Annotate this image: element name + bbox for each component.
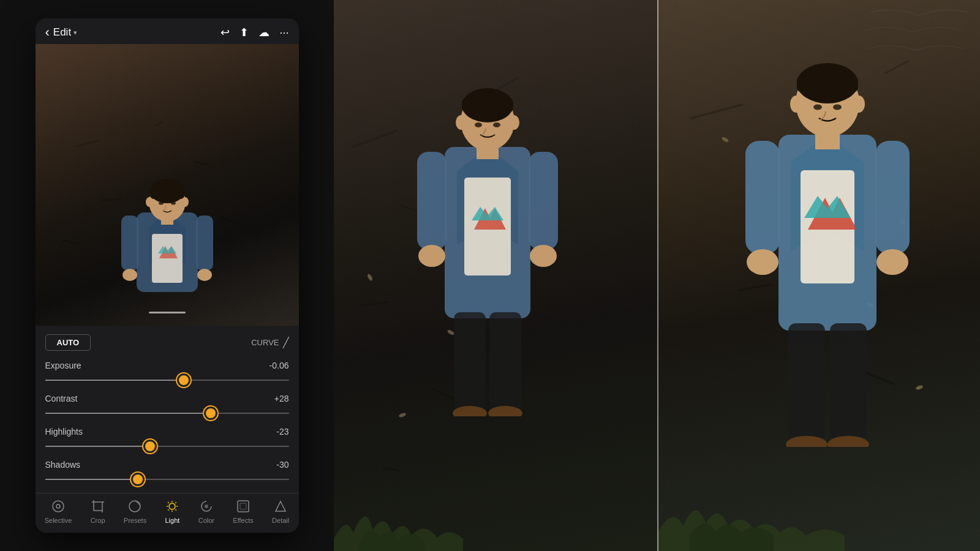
slider-track-container-1[interactable] <box>45 406 289 421</box>
svg-point-68 <box>813 105 822 110</box>
svg-point-69 <box>833 105 842 110</box>
slider-header-0: Exposure -0.06 <box>45 361 289 370</box>
toolbar-item-selective[interactable]: Selective <box>40 497 77 527</box>
svg-rect-75 <box>830 323 867 440</box>
cloud-icon[interactable]: ☁ <box>258 26 270 39</box>
slider-value-1: +28 <box>274 394 289 403</box>
slider-fill-3 <box>45 479 138 480</box>
crop-icon <box>91 500 105 515</box>
edit-dropdown[interactable]: Edit ▾ <box>53 26 77 39</box>
auto-curve-row: AUTO CURVE ╱ <box>45 334 289 351</box>
phone-mockup: ‹ Edit ▾ ↩ ⬆ ☁ ··· <box>36 18 299 533</box>
dropdown-arrow-icon: ▾ <box>74 29 77 37</box>
svg-line-29 <box>168 502 169 503</box>
svg-point-16 <box>53 501 64 512</box>
more-icon[interactable]: ··· <box>279 26 288 39</box>
svg-rect-13 <box>196 216 213 271</box>
crop-label: Crop <box>91 517 105 524</box>
svg-rect-18 <box>94 502 102 511</box>
slider-header-3: Shadows -30 <box>45 460 289 470</box>
slider-fill-0 <box>45 380 184 381</box>
curve-icon: ╱ <box>283 337 289 348</box>
photo-content <box>36 44 299 326</box>
right-section <box>334 0 980 551</box>
slider-fill-1 <box>45 413 211 414</box>
svg-point-53 <box>530 245 557 267</box>
phone-header: ‹ Edit ▾ ↩ ⬆ ☁ ··· <box>36 18 299 44</box>
svg-rect-70 <box>745 141 780 254</box>
slider-row-highlights: Highlights -23 <box>45 427 289 454</box>
slider-value-3: -30 <box>276 460 288 470</box>
photo-before <box>334 0 657 551</box>
slider-track-container-2[interactable] <box>45 439 289 454</box>
svg-point-8 <box>146 197 153 207</box>
light-icon <box>165 500 179 515</box>
curve-label: CURVE <box>251 338 279 347</box>
svg-line-30 <box>176 509 176 510</box>
auto-button[interactable]: AUTO <box>45 334 91 351</box>
slider-label-2: Highlights <box>45 427 83 437</box>
svg-rect-64 <box>797 75 858 93</box>
svg-rect-50 <box>417 152 447 250</box>
slider-thumb-1[interactable] <box>204 407 217 420</box>
controls-area: AUTO CURVE ╱ Exposure -0.06 Contrast <box>36 326 299 493</box>
toolbar-item-presets[interactable]: Presets <box>119 497 151 527</box>
before-grass <box>334 490 657 551</box>
effects-label: Effects <box>233 517 253 524</box>
photo-preview <box>36 44 299 326</box>
presets-label: Presets <box>124 517 146 524</box>
svg-point-66 <box>790 96 802 113</box>
svg-point-46 <box>456 115 467 130</box>
svg-rect-12 <box>121 216 138 271</box>
svg-point-15 <box>197 269 212 281</box>
toolbar-item-light[interactable]: Light <box>160 497 184 527</box>
slider-track-1 <box>45 413 289 414</box>
color-label: Color <box>198 517 214 524</box>
svg-point-9 <box>181 197 189 207</box>
undo-icon[interactable]: ↩ <box>221 26 230 39</box>
svg-rect-74 <box>788 323 825 440</box>
slider-thumb-3[interactable] <box>131 473 145 486</box>
slider-thumb-0[interactable] <box>177 373 190 387</box>
slider-label-0: Exposure <box>45 361 81 370</box>
slider-row-contrast: Contrast +28 <box>45 394 289 421</box>
svg-rect-34 <box>238 501 249 512</box>
effects-icon <box>236 500 250 515</box>
svg-point-24 <box>169 503 175 509</box>
toolbar-item-detail[interactable]: Detail <box>267 497 294 527</box>
curve-button[interactable]: CURVE ╱ <box>251 337 288 348</box>
slider-header-1: Contrast +28 <box>45 394 289 403</box>
slider-row-exposure: Exposure -0.06 <box>45 361 289 388</box>
color-icon <box>200 500 213 515</box>
svg-point-72 <box>747 249 778 275</box>
svg-point-48 <box>475 122 482 127</box>
selective-icon <box>51 500 65 515</box>
slider-header-2: Highlights -23 <box>45 427 289 437</box>
toolbar-item-crop[interactable]: Crop <box>86 497 110 527</box>
slider-group: Exposure -0.06 Contrast +28 <box>45 361 289 487</box>
slider-value-2: -23 <box>276 427 288 437</box>
svg-point-11 <box>171 202 176 205</box>
svg-point-33 <box>205 504 208 508</box>
svg-rect-51 <box>529 152 558 250</box>
svg-line-32 <box>168 509 169 510</box>
comparison-line <box>149 312 186 313</box>
slider-track-container-3[interactable] <box>45 472 289 487</box>
slider-thumb-2[interactable] <box>143 440 157 453</box>
svg-rect-45 <box>477 146 499 159</box>
slider-row-shadows: Shadows -30 <box>45 460 289 487</box>
svg-rect-71 <box>875 141 910 254</box>
back-button[interactable]: ‹ <box>45 26 50 39</box>
slider-track-0 <box>45 380 289 381</box>
svg-point-14 <box>123 269 137 281</box>
svg-point-47 <box>508 115 519 130</box>
photo-after <box>657 0 981 551</box>
header-left: ‹ Edit ▾ <box>45 26 78 39</box>
slider-track-2 <box>45 446 289 447</box>
share-icon[interactable]: ⬆ <box>239 26 249 39</box>
toolbar-item-effects[interactable]: Effects <box>228 497 258 527</box>
slider-track-container-0[interactable] <box>45 373 289 388</box>
toolbar-item-color[interactable]: Color <box>194 497 219 527</box>
svg-rect-35 <box>240 503 246 509</box>
svg-point-17 <box>56 504 60 508</box>
